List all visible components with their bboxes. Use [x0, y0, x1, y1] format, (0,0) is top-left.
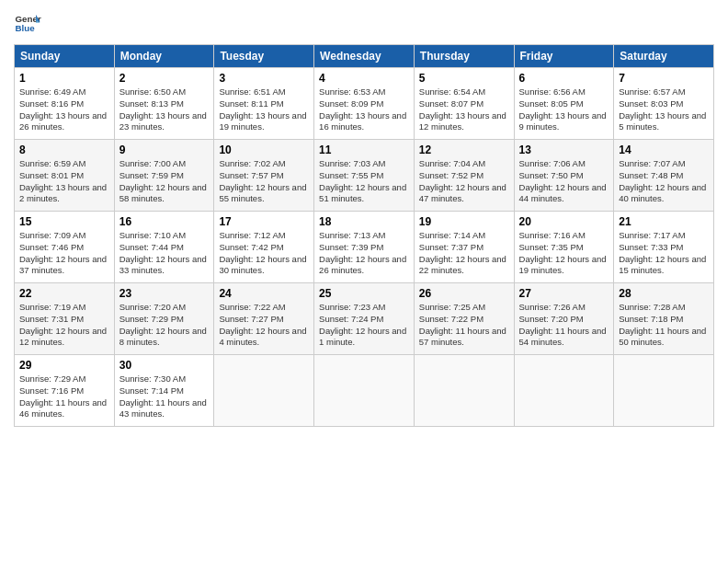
- calendar-cell: 23 Sunrise: 7:20 AMSunset: 7:29 PMDaylig…: [114, 283, 214, 355]
- logo: General Blue: [14, 9, 41, 37]
- day-info: Sunrise: 7:30 AMSunset: 7:14 PMDaylight:…: [119, 373, 210, 420]
- calendar-cell: 19 Sunrise: 7:14 AMSunset: 7:37 PMDaylig…: [414, 212, 514, 283]
- weekday-header-tuesday: Tuesday: [214, 45, 314, 68]
- day-info: Sunrise: 7:04 AMSunset: 7:52 PMDaylight:…: [419, 158, 509, 205]
- calendar-cell: 15 Sunrise: 7:09 AMSunset: 7:46 PMDaylig…: [15, 212, 115, 283]
- day-number: 9: [119, 144, 210, 156]
- day-info: Sunrise: 7:02 AMSunset: 7:57 PMDaylight:…: [219, 158, 309, 205]
- calendar-cell: [414, 355, 514, 427]
- day-info: Sunrise: 6:56 AMSunset: 8:05 PMDaylight:…: [519, 86, 609, 133]
- day-info: Sunrise: 6:59 AMSunset: 8:01 PMDaylight:…: [19, 158, 109, 205]
- day-number: 18: [319, 215, 409, 228]
- calendar-week-3: 15 Sunrise: 7:09 AMSunset: 7:46 PMDaylig…: [15, 212, 714, 283]
- calendar-cell: [214, 355, 314, 427]
- day-info: Sunrise: 7:16 AMSunset: 7:35 PMDaylight:…: [519, 230, 609, 277]
- day-number: 20: [519, 215, 609, 228]
- calendar-cell: 22 Sunrise: 7:19 AMSunset: 7:31 PMDaylig…: [15, 283, 115, 355]
- weekday-header-sunday: Sunday: [15, 45, 115, 68]
- day-info: Sunrise: 6:51 AMSunset: 8:11 PMDaylight:…: [219, 86, 309, 133]
- day-info: Sunrise: 7:07 AMSunset: 7:48 PMDaylight:…: [619, 158, 709, 205]
- calendar-week-5: 29 Sunrise: 7:29 AMSunset: 7:16 PMDaylig…: [15, 355, 714, 427]
- calendar-cell: 27 Sunrise: 7:26 AMSunset: 7:20 PMDaylig…: [514, 283, 614, 355]
- day-info: Sunrise: 7:22 AMSunset: 7:27 PMDaylight:…: [219, 302, 309, 349]
- calendar-week-4: 22 Sunrise: 7:19 AMSunset: 7:31 PMDaylig…: [15, 283, 714, 355]
- calendar-week-2: 8 Sunrise: 6:59 AMSunset: 8:01 PMDayligh…: [15, 140, 714, 212]
- calendar-cell: 10 Sunrise: 7:02 AMSunset: 7:57 PMDaylig…: [214, 140, 314, 212]
- calendar-cell: 12 Sunrise: 7:04 AMSunset: 7:52 PMDaylig…: [414, 140, 514, 212]
- day-number: 10: [219, 144, 309, 156]
- calendar-cell: 2 Sunrise: 6:50 AMSunset: 8:13 PMDayligh…: [114, 68, 214, 140]
- calendar-cell: 1 Sunrise: 6:49 AMSunset: 8:16 PMDayligh…: [15, 68, 115, 140]
- day-info: Sunrise: 6:57 AMSunset: 8:03 PMDaylight:…: [619, 86, 709, 133]
- calendar-cell: 16 Sunrise: 7:10 AMSunset: 7:44 PMDaylig…: [114, 212, 214, 283]
- day-info: Sunrise: 7:09 AMSunset: 7:46 PMDaylight:…: [19, 230, 109, 277]
- day-info: Sunrise: 7:14 AMSunset: 7:37 PMDaylight:…: [419, 230, 509, 277]
- day-info: Sunrise: 7:26 AMSunset: 7:20 PMDaylight:…: [519, 302, 609, 349]
- weekday-header-saturday: Saturday: [614, 45, 714, 68]
- weekday-header-friday: Friday: [514, 45, 614, 68]
- logo-icon: General Blue: [14, 9, 41, 37]
- weekday-header-wednesday: Wednesday: [314, 45, 415, 68]
- day-number: 24: [219, 287, 309, 300]
- calendar-cell: 13 Sunrise: 7:06 AMSunset: 7:50 PMDaylig…: [514, 140, 614, 212]
- day-info: Sunrise: 7:17 AMSunset: 7:33 PMDaylight:…: [619, 230, 709, 277]
- day-number: 17: [219, 215, 309, 228]
- calendar-cell: 9 Sunrise: 7:00 AMSunset: 7:59 PMDayligh…: [114, 140, 214, 212]
- day-number: 4: [319, 72, 409, 85]
- calendar-cell: 4 Sunrise: 6:53 AMSunset: 8:09 PMDayligh…: [314, 68, 415, 140]
- calendar-cell: 3 Sunrise: 6:51 AMSunset: 8:11 PMDayligh…: [214, 68, 314, 140]
- day-number: 21: [619, 215, 709, 228]
- calendar-cell: 30 Sunrise: 7:30 AMSunset: 7:14 PMDaylig…: [114, 355, 214, 427]
- day-info: Sunrise: 6:54 AMSunset: 8:07 PMDaylight:…: [419, 86, 509, 133]
- calendar-cell: 28 Sunrise: 7:28 AMSunset: 7:18 PMDaylig…: [614, 283, 714, 355]
- day-info: Sunrise: 7:29 AMSunset: 7:16 PMDaylight:…: [19, 373, 109, 420]
- day-info: Sunrise: 7:10 AMSunset: 7:44 PMDaylight:…: [119, 230, 210, 277]
- day-info: Sunrise: 7:00 AMSunset: 7:59 PMDaylight:…: [119, 158, 210, 205]
- day-number: 1: [19, 72, 109, 85]
- calendar-cell: 20 Sunrise: 7:16 AMSunset: 7:35 PMDaylig…: [514, 212, 614, 283]
- calendar-cell: [514, 355, 614, 427]
- calendar-table: SundayMondayTuesdayWednesdayThursdayFrid…: [14, 44, 714, 427]
- day-number: 19: [419, 215, 509, 228]
- calendar-cell: 6 Sunrise: 6:56 AMSunset: 8:05 PMDayligh…: [514, 68, 614, 140]
- weekday-header-thursday: Thursday: [414, 45, 514, 68]
- calendar-cell: 17 Sunrise: 7:12 AMSunset: 7:42 PMDaylig…: [214, 212, 314, 283]
- day-info: Sunrise: 7:23 AMSunset: 7:24 PMDaylight:…: [319, 302, 409, 349]
- calendar-cell: 11 Sunrise: 7:03 AMSunset: 7:55 PMDaylig…: [314, 140, 415, 212]
- day-number: 11: [319, 144, 409, 156]
- calendar-cell: 29 Sunrise: 7:29 AMSunset: 7:16 PMDaylig…: [15, 355, 115, 427]
- header: General Blue: [14, 9, 714, 37]
- day-number: 3: [219, 72, 309, 85]
- day-info: Sunrise: 7:28 AMSunset: 7:18 PMDaylight:…: [619, 302, 709, 349]
- day-number: 25: [319, 287, 409, 300]
- day-info: Sunrise: 7:06 AMSunset: 7:50 PMDaylight:…: [519, 158, 609, 205]
- day-number: 27: [519, 287, 609, 300]
- calendar-cell: 14 Sunrise: 7:07 AMSunset: 7:48 PMDaylig…: [614, 140, 714, 212]
- day-number: 30: [119, 359, 210, 372]
- day-number: 5: [419, 72, 509, 85]
- calendar-cell: 8 Sunrise: 6:59 AMSunset: 8:01 PMDayligh…: [15, 140, 115, 212]
- day-info: Sunrise: 7:25 AMSunset: 7:22 PMDaylight:…: [419, 302, 509, 349]
- calendar-cell: 18 Sunrise: 7:13 AMSunset: 7:39 PMDaylig…: [314, 212, 415, 283]
- day-number: 22: [19, 287, 109, 300]
- day-number: 28: [619, 287, 709, 300]
- day-number: 13: [519, 144, 609, 156]
- day-number: 15: [19, 215, 109, 228]
- day-number: 8: [19, 144, 109, 156]
- day-number: 6: [519, 72, 609, 85]
- calendar-cell: [314, 355, 415, 427]
- calendar-cell: [614, 355, 714, 427]
- day-number: 2: [119, 72, 210, 85]
- weekday-header-monday: Monday: [114, 45, 214, 68]
- calendar-cell: 21 Sunrise: 7:17 AMSunset: 7:33 PMDaylig…: [614, 212, 714, 283]
- calendar-cell: 7 Sunrise: 6:57 AMSunset: 8:03 PMDayligh…: [614, 68, 714, 140]
- day-number: 26: [419, 287, 509, 300]
- calendar-cell: 26 Sunrise: 7:25 AMSunset: 7:22 PMDaylig…: [414, 283, 514, 355]
- day-info: Sunrise: 7:20 AMSunset: 7:29 PMDaylight:…: [119, 302, 210, 349]
- day-number: 14: [619, 144, 709, 156]
- svg-text:Blue: Blue: [16, 23, 36, 33]
- day-info: Sunrise: 6:53 AMSunset: 8:09 PMDaylight:…: [319, 86, 409, 133]
- day-info: Sunrise: 7:13 AMSunset: 7:39 PMDaylight:…: [319, 230, 409, 277]
- day-info: Sunrise: 7:19 AMSunset: 7:31 PMDaylight:…: [19, 302, 109, 349]
- calendar-cell: 5 Sunrise: 6:54 AMSunset: 8:07 PMDayligh…: [414, 68, 514, 140]
